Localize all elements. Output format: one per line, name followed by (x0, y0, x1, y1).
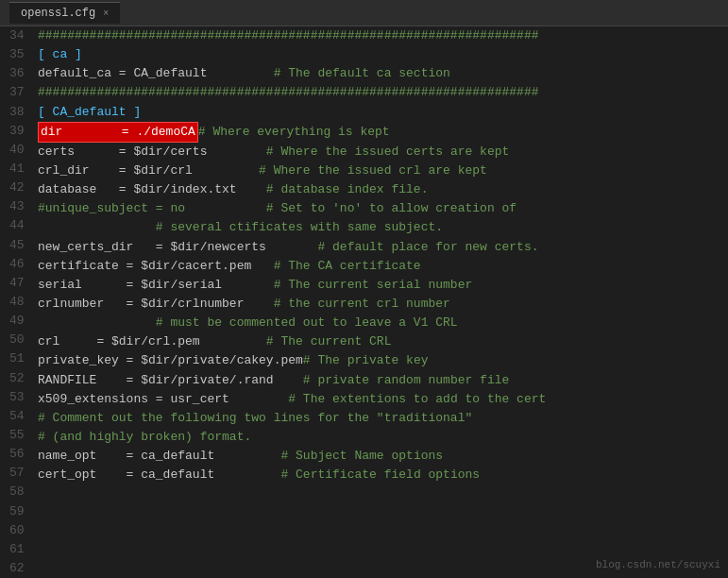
line-number: 36 (9, 64, 25, 83)
inline-comment: # The current CRL (266, 332, 392, 351)
line-number: 37 (9, 83, 25, 102)
inline-comment: # The default ca section (274, 64, 450, 83)
line-number: 62 (9, 559, 25, 578)
inline-comment: # private random number file (303, 371, 509, 390)
code-line: private_key = $dir/private/cakey.pem# Th… (38, 351, 724, 370)
code-line: ########################################… (38, 26, 724, 45)
inline-comment: # the current crl number (274, 295, 450, 314)
line-number: 34 (9, 26, 25, 45)
line-number: 49 (9, 312, 25, 331)
line-numbers: 3435363738394041424344454647484950515253… (0, 26, 34, 578)
line-number: 59 (9, 502, 25, 521)
inline-comment: # Where the issued crl are kept (259, 162, 487, 180)
watermark: blog.csdn.net/scuyxi (596, 559, 720, 570)
inline-comment: # Subject Name options (280, 447, 443, 466)
editor: 3435363738394041424344454647484950515253… (0, 26, 728, 578)
line-number: 61 (9, 540, 25, 559)
code-line: new_certs_dir = $dir/newcerts # default … (38, 238, 724, 257)
code-line: ########################################… (38, 83, 724, 102)
code-line: [ CA_default ] (38, 103, 724, 122)
code-line: cert_opt = ca_default # Certificate fiel… (38, 466, 724, 484)
inline-comment: # The extentions to add to the cert (288, 390, 546, 409)
inline-comment: # The private key (303, 351, 429, 370)
line-number: 57 (9, 464, 25, 483)
code-line: RANDFILE = $dir/private/.rand # private … (38, 371, 724, 390)
code-text: cert_opt = ca_default (38, 466, 280, 484)
code-line: #unique_subject = no # Set to 'no' to al… (38, 199, 724, 218)
inline-comment: # database index file. (266, 180, 429, 199)
line-number: 39 (9, 122, 25, 141)
line-number: 58 (9, 483, 25, 502)
section-header: [ ca ] (38, 45, 82, 64)
code-text: RANDFILE = $dir/private/.rand (38, 371, 303, 390)
inline-comment: # The current serial number (274, 276, 473, 295)
code-line: # (and highly broken) format. (38, 428, 724, 447)
code-text: crl_dir = $dir/crl (38, 162, 259, 180)
line-number: 52 (9, 369, 25, 388)
line-number: 38 (9, 103, 25, 122)
hash-comment: ########################################… (38, 83, 539, 102)
tab-label: openssl.cfg (21, 7, 95, 20)
section-header: [ CA_default ] (38, 103, 141, 122)
line-number: 51 (9, 349, 25, 368)
code-line: crlnumber = $dir/crlnumber # the current… (38, 295, 724, 314)
line-number: 46 (9, 255, 25, 274)
code-text: certificate = $dir/cacert.pem (38, 257, 274, 276)
code-text: name_opt = ca_default (38, 447, 280, 466)
code-line: database = $dir/index.txt # database ind… (38, 180, 724, 199)
code-text: private_key = $dir/private/cakey.pem (38, 351, 303, 370)
code-text: new_certs_dir = $dir/newcerts (38, 238, 317, 257)
inline-comment: # Certificate field options (280, 466, 480, 484)
line-number: 47 (9, 274, 25, 293)
hash-comment: ########################################… (38, 26, 539, 45)
code-line: # must be commented out to leave a V1 CR… (38, 314, 724, 332)
code-line: # Comment out the following two lines fo… (38, 409, 724, 428)
code-line: serial = $dir/serial # The current seria… (38, 276, 724, 295)
comment-text: #unique_subject = no # Set to 'no' to al… (38, 199, 516, 218)
code-text: database = $dir/index.txt (38, 180, 266, 199)
line-number: 56 (9, 445, 25, 464)
inline-comment: # Where everything is kept (198, 123, 390, 142)
line-number: 50 (9, 331, 25, 349)
line-number: 45 (9, 236, 25, 255)
line-number: 40 (9, 141, 25, 160)
line-number: 55 (9, 426, 25, 445)
line-number: 42 (9, 178, 25, 197)
code-text: x509_extensions = usr_cert (38, 390, 288, 409)
comment-text: # must be commented out to leave a V1 CR… (38, 314, 458, 332)
code-line: [ ca ] (38, 45, 724, 64)
code-line: name_opt = ca_default # Subject Name opt… (38, 447, 724, 466)
code-line: dir = ./demoCA # Where everything is kep… (38, 122, 724, 143)
code-text: certs = $dir/certs (38, 143, 266, 162)
code-area[interactable]: ########################################… (34, 26, 728, 578)
line-number: 54 (9, 407, 25, 426)
highlighted-dir-value: dir = ./demoCA (38, 122, 198, 143)
code-line: certs = $dir/certs # Where the issued ce… (38, 143, 724, 162)
line-number: 35 (9, 45, 25, 64)
line-number: 41 (9, 160, 25, 178)
code-line: default_ca = CA_default # The default ca… (38, 64, 724, 83)
title-bar: openssl.cfg × (0, 0, 728, 26)
comment-text: # (and highly broken) format. (38, 428, 251, 447)
inline-comment: # Where the issued certs are kept (266, 143, 509, 162)
tab-close-button[interactable]: × (103, 8, 109, 19)
comment-text: # several ctificates with same subject. (38, 218, 443, 237)
code-text: default_ca = CA_default (38, 64, 274, 83)
line-number: 44 (9, 216, 25, 235)
code-line: crl_dir = $dir/crl # Where the issued cr… (38, 162, 724, 180)
line-number: 53 (9, 388, 25, 407)
code-line: x509_extensions = usr_cert # The extenti… (38, 390, 724, 409)
code-text: serial = $dir/serial (38, 276, 274, 295)
line-number: 60 (9, 521, 25, 540)
code-text: crlnumber = $dir/crlnumber (38, 295, 274, 314)
code-line: certificate = $dir/cacert.pem # The CA c… (38, 257, 724, 276)
code-text: crl = $dir/crl.pem (38, 332, 266, 351)
comment-text: # Comment out the following two lines fo… (38, 409, 472, 428)
inline-comment: # default place for new certs. (317, 238, 538, 257)
code-line: # several ctificates with same subject. (38, 218, 724, 237)
code-line: crl = $dir/crl.pem # The current CRL (38, 332, 724, 351)
line-number: 43 (9, 197, 25, 216)
file-tab[interactable]: openssl.cfg × (9, 2, 120, 24)
line-number: 48 (9, 293, 25, 312)
inline-comment: # The CA certificate (274, 257, 421, 276)
